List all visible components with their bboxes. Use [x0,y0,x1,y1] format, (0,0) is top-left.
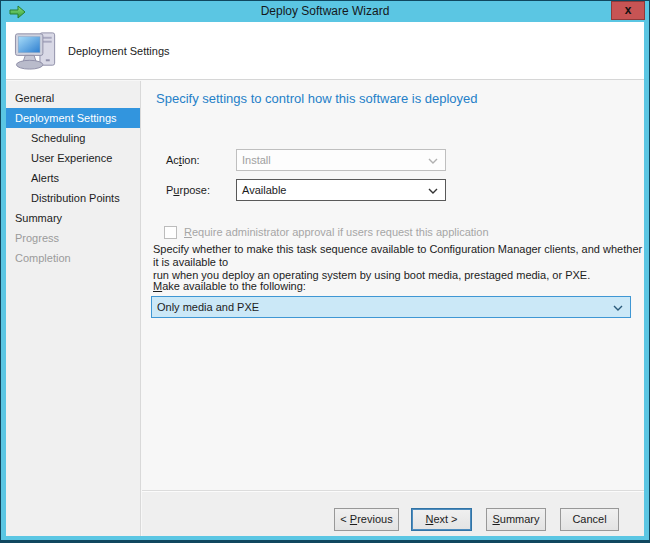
approval-checkbox [164,226,177,239]
make-available-label: Make available to the following: [153,278,306,294]
sidebar-item-completion: Completion [6,248,140,268]
sidebar-item-progress: Progress [6,228,140,248]
sidebar-item-summary[interactable]: Summary [6,208,140,228]
sidebar-item-deployment-settings[interactable]: Deployment Settings [6,108,140,128]
wizard-header: Deployment Settings [6,22,644,80]
wizard-body: Deployment Settings General Deployment S… [6,22,644,536]
wizard-content: Specify settings to control how this sof… [142,81,644,490]
action-label: Action: [166,149,200,171]
approval-checkbox-label: Require administrator approval if users … [184,226,489,238]
action-dropdown: Install [236,149,446,171]
purpose-dropdown[interactable]: Available [236,179,446,201]
previous-button[interactable]: < Previous [334,508,399,531]
action-dropdown-value: Install [242,154,271,166]
sidebar-item-general[interactable]: General [6,88,140,108]
purpose-label: Purpose: [166,179,210,201]
chevron-down-icon [428,158,438,164]
close-button[interactable]: x [611,1,645,20]
next-button[interactable]: Next > [411,508,472,531]
chevron-down-icon [613,305,623,311]
approval-checkbox-row: Require administrator approval if users … [164,222,489,238]
wizard-green-arrow-icon [9,4,27,20]
page-title: Deployment Settings [68,22,170,80]
wizard-nav-sidebar: General Deployment Settings Scheduling U… [6,81,141,536]
sidebar-item-scheduling[interactable]: Scheduling [6,128,140,148]
make-available-dropdown[interactable]: Only media and PXE [151,296,631,318]
chevron-down-icon [428,188,438,194]
sidebar-item-alerts[interactable]: Alerts [6,168,140,188]
window-frame: Deploy Software Wizard x [1,1,649,540]
content-heading: Specify settings to control how this sof… [156,91,478,106]
make-available-dropdown-value: Only media and PXE [157,301,259,313]
cancel-button[interactable]: Cancel [560,508,619,531]
task-sequence-description: Specify whether to make this task sequen… [153,243,643,282]
wizard-footer: < Previous Next > Summary Cancel [142,490,644,536]
window-title: Deploy Software Wizard [1,1,649,22]
purpose-dropdown-value: Available [242,184,286,196]
titlebar[interactable]: Deploy Software Wizard x [1,1,649,22]
sidebar-item-distribution-points[interactable]: Distribution Points [6,188,140,208]
deploy-software-wizard-window: Deploy Software Wizard x [0,0,650,543]
sidebar-item-user-experience[interactable]: User Experience [6,148,140,168]
summary-button[interactable]: Summary [486,508,546,531]
computer-icon [13,27,61,74]
